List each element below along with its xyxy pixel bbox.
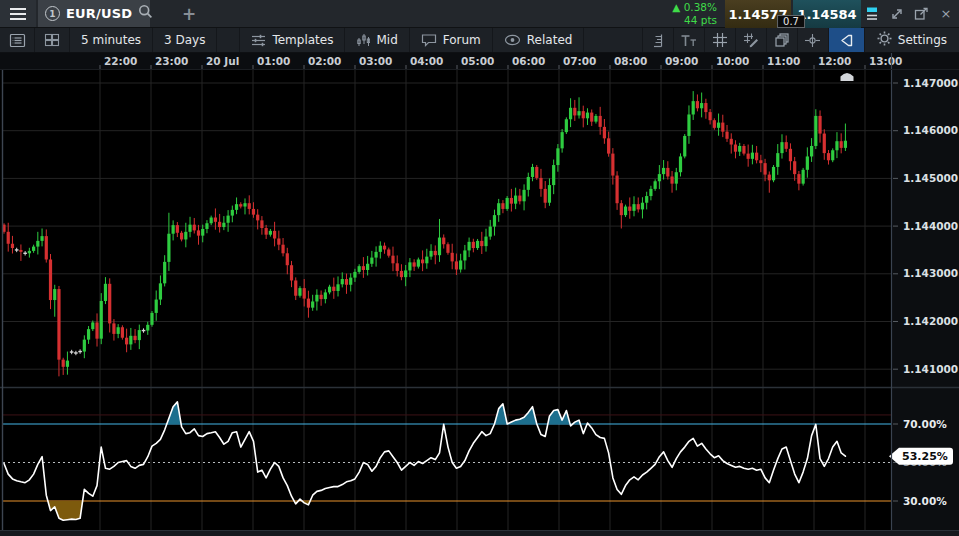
candle bbox=[155, 300, 158, 313]
watchlist-icon-button[interactable] bbox=[0, 28, 35, 52]
candle bbox=[256, 215, 259, 221]
candle bbox=[129, 336, 132, 345]
instrument-tab[interactable]: 1 EUR/USD bbox=[38, 0, 150, 27]
menu-hamburger-icon[interactable] bbox=[0, 0, 36, 27]
settings-button[interactable]: Settings bbox=[864, 28, 959, 52]
candle bbox=[328, 287, 331, 293]
close-icon[interactable]: × bbox=[933, 0, 959, 27]
candle bbox=[320, 295, 323, 299]
candle bbox=[95, 322, 98, 338]
price-label: 1.145000 bbox=[903, 172, 958, 184]
candle bbox=[654, 181, 657, 189]
price-scale-tool[interactable] bbox=[642, 28, 673, 52]
mid-price-button[interactable]: Mid bbox=[345, 28, 409, 52]
candle bbox=[472, 242, 475, 248]
candle bbox=[827, 153, 830, 160]
search-icon[interactable] bbox=[138, 4, 153, 23]
candle bbox=[40, 236, 43, 241]
candle bbox=[785, 142, 788, 149]
doji-candle bbox=[74, 352, 78, 353]
candle bbox=[273, 231, 276, 239]
candle bbox=[658, 174, 661, 181]
price-label: 1.147000 bbox=[903, 77, 958, 89]
candle bbox=[831, 150, 834, 160]
instrument-name: EUR/USD bbox=[66, 6, 132, 21]
toolbar-right-group: Settings bbox=[642, 28, 959, 52]
candle bbox=[628, 207, 631, 211]
top-bar: 1 EUR/USD + ▲ 0.38% 44 pts 1.14577 1.145… bbox=[0, 0, 959, 28]
candle bbox=[404, 270, 407, 277]
text-annotation-tool[interactable] bbox=[673, 28, 704, 52]
candle bbox=[349, 278, 352, 285]
candle bbox=[269, 231, 272, 235]
candle bbox=[396, 263, 399, 271]
mid-label: Mid bbox=[376, 33, 397, 47]
grid-toggle-tool[interactable] bbox=[704, 28, 735, 52]
candle bbox=[438, 238, 441, 256]
related-label: Related bbox=[527, 33, 573, 47]
layers-tool[interactable] bbox=[766, 28, 797, 52]
candle bbox=[28, 251, 31, 253]
popout-window-icon[interactable] bbox=[909, 0, 933, 27]
candle bbox=[704, 103, 707, 112]
candle bbox=[290, 265, 293, 280]
trading-app-window: 1 EUR/USD + ▲ 0.38% 44 pts 1.14577 1.145… bbox=[0, 0, 959, 536]
range-button[interactable]: 3 Days bbox=[153, 28, 217, 52]
candle bbox=[713, 120, 716, 128]
candle bbox=[789, 149, 792, 161]
candle bbox=[112, 323, 115, 333]
change-percent: 0.38% bbox=[684, 1, 717, 13]
change-points: 44 pts bbox=[672, 14, 717, 26]
candle bbox=[590, 113, 593, 122]
templates-button[interactable]: Templates bbox=[239, 28, 345, 52]
forum-button[interactable]: Forum bbox=[410, 28, 493, 52]
candle bbox=[353, 272, 356, 278]
candle bbox=[810, 146, 813, 156]
candle bbox=[387, 249, 390, 255]
candle bbox=[797, 174, 800, 184]
doji-candle bbox=[78, 351, 82, 352]
candle bbox=[594, 116, 597, 122]
candle bbox=[603, 127, 606, 138]
order-ladder-icon[interactable] bbox=[861, 0, 885, 27]
price-chart[interactable]: 22:0023:0020 Jul01:0002:0003:0004:0005:0… bbox=[0, 53, 959, 536]
interval-button[interactable]: 5 minutes bbox=[70, 28, 153, 52]
candle bbox=[226, 216, 229, 223]
candle bbox=[421, 259, 424, 263]
candle bbox=[100, 301, 103, 339]
candle bbox=[709, 112, 712, 120]
price-change: ▲ 0.38% 44 pts bbox=[672, 1, 717, 25]
pointer-tool-active[interactable] bbox=[828, 28, 864, 52]
candle bbox=[780, 142, 783, 153]
related-button[interactable]: Related bbox=[493, 28, 585, 52]
candle bbox=[738, 146, 741, 152]
candle bbox=[561, 132, 564, 148]
time-label: 11:00 bbox=[767, 55, 800, 67]
candle bbox=[413, 262, 416, 266]
candle bbox=[167, 234, 170, 262]
candle bbox=[332, 287, 335, 291]
draw-tool[interactable] bbox=[735, 28, 766, 52]
candle bbox=[49, 259, 52, 300]
candle bbox=[548, 185, 551, 203]
layout-grid-icon-button[interactable] bbox=[35, 28, 70, 52]
time-label: 03:00 bbox=[359, 55, 392, 67]
candle bbox=[565, 119, 568, 132]
candle bbox=[66, 361, 69, 367]
candle bbox=[624, 207, 627, 216]
candle bbox=[451, 253, 454, 262]
candle bbox=[696, 101, 699, 108]
candle bbox=[637, 204, 640, 209]
candle bbox=[252, 209, 255, 215]
candle bbox=[400, 271, 403, 277]
up-arrow-icon: ▲ bbox=[672, 1, 680, 13]
price-label: 1.143000 bbox=[903, 267, 958, 279]
candle bbox=[484, 237, 487, 247]
chart-region[interactable]: 22:0023:0020 Jul01:0002:0003:0004:0005:0… bbox=[0, 53, 959, 536]
new-tab-button[interactable]: + bbox=[182, 0, 196, 27]
rsi-level-label: 30.00% bbox=[903, 495, 947, 507]
crosshair-tool[interactable] bbox=[797, 28, 828, 52]
candle bbox=[36, 241, 39, 247]
expand-icon[interactable] bbox=[885, 0, 909, 27]
candle bbox=[374, 252, 377, 258]
